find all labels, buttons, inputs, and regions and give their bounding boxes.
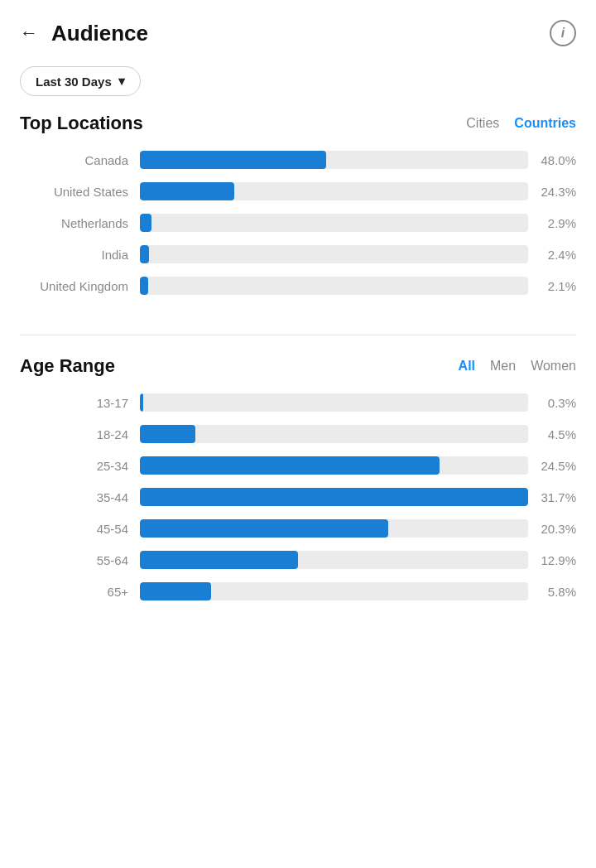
bar-label: United Kingdom [20, 279, 140, 293]
bar-fill [140, 214, 151, 232]
age-bar-row: 25-34 24.5% [20, 456, 576, 475]
age-bar-track [140, 551, 528, 569]
age-bar-value: 12.9% [528, 553, 576, 567]
bar-track [140, 214, 528, 232]
age-bar-label: 18-24 [20, 427, 140, 441]
page-title: Audience [51, 21, 148, 46]
age-bar-fill [140, 582, 211, 600]
age-bar-value: 20.3% [528, 522, 576, 536]
bar-track [140, 182, 528, 200]
bar-label: Netherlands [20, 216, 140, 230]
age-bar-track [140, 425, 528, 443]
tab-men[interactable]: Men [490, 359, 516, 374]
location-bar-row: United States 24.3% [20, 182, 576, 200]
bar-value: 24.3% [528, 185, 576, 199]
age-bar-track [140, 393, 528, 412]
bar-fill [140, 182, 234, 200]
age-range-title: Age Range [20, 355, 115, 377]
header: ← Audience i [0, 0, 596, 60]
top-locations-section: Top Locations Cities Countries Canada 48… [0, 113, 596, 328]
back-button[interactable]: ← [20, 22, 38, 44]
age-bar-label: 65+ [20, 585, 140, 599]
age-bar-value: 4.5% [528, 427, 576, 441]
age-bar-row: 55-64 12.9% [20, 551, 576, 569]
location-bars: Canada 48.0% United States 24.3% Netherl… [20, 151, 576, 295]
tab-women[interactable]: Women [531, 359, 576, 374]
age-bar-fill [140, 393, 143, 412]
age-bar-label: 35-44 [20, 490, 140, 504]
bar-fill [140, 277, 148, 295]
bar-track [140, 245, 528, 263]
age-bar-label: 13-17 [20, 396, 140, 410]
bar-value: 48.0% [528, 153, 576, 167]
age-bars: 13-17 0.3% 18-24 4.5% 25-34 24.5% 35-44 … [20, 393, 576, 600]
bar-fill [140, 245, 149, 263]
age-bar-row: 45-54 20.3% [20, 519, 576, 538]
bar-track [140, 277, 528, 295]
tab-all[interactable]: All [459, 359, 475, 374]
age-bar-track [140, 456, 528, 475]
bar-fill [140, 151, 326, 169]
age-bar-value: 5.8% [528, 585, 576, 599]
location-bar-row: India 2.4% [20, 245, 576, 263]
age-bar-row: 18-24 4.5% [20, 425, 576, 443]
age-bar-label: 45-54 [20, 522, 140, 536]
age-bar-value: 24.5% [528, 459, 576, 473]
age-bar-fill [140, 456, 440, 475]
age-bar-track [140, 582, 528, 600]
tab-cities[interactable]: Cities [466, 116, 499, 131]
age-range-section: Age Range All Men Women 13-17 0.3% 18-24… [0, 355, 596, 647]
filter-row: Last 30 Days ▾ [0, 60, 596, 113]
age-bar-value: 31.7% [528, 490, 576, 504]
location-bar-row: Canada 48.0% [20, 151, 576, 169]
bar-value: 2.4% [528, 248, 576, 262]
age-bar-row: 13-17 0.3% [20, 393, 576, 412]
info-button[interactable]: i [550, 20, 576, 46]
location-bar-row: Netherlands 2.9% [20, 214, 576, 232]
bar-label: Canada [20, 153, 140, 167]
bar-value: 2.9% [528, 216, 576, 230]
date-filter-button[interactable]: Last 30 Days ▾ [20, 66, 141, 96]
bar-label: India [20, 248, 140, 262]
top-locations-header: Top Locations Cities Countries [20, 113, 576, 134]
age-bar-value: 0.3% [528, 396, 576, 410]
date-filter-label: Last 30 Days [36, 75, 112, 89]
age-range-tabs: All Men Women [459, 359, 576, 374]
age-bar-row: 65+ 5.8% [20, 582, 576, 600]
age-bar-fill [140, 551, 298, 569]
header-left: ← Audience [20, 21, 148, 46]
age-bar-track [140, 519, 528, 538]
age-bar-track [140, 488, 528, 506]
top-locations-tabs: Cities Countries [466, 116, 576, 131]
location-bar-row: United Kingdom 2.1% [20, 277, 576, 295]
bar-value: 2.1% [528, 279, 576, 293]
bar-label: United States [20, 185, 140, 199]
age-bar-label: 55-64 [20, 553, 140, 567]
tab-countries[interactable]: Countries [514, 116, 576, 131]
chevron-down-icon: ▾ [118, 74, 125, 89]
age-bar-row: 35-44 31.7% [20, 488, 576, 506]
age-range-header: Age Range All Men Women [20, 355, 576, 377]
age-bar-fill [140, 425, 195, 443]
age-bar-fill [140, 519, 388, 538]
section-divider [20, 335, 576, 335]
bar-track [140, 151, 528, 169]
age-bar-fill [140, 488, 528, 506]
age-bar-label: 25-34 [20, 459, 140, 473]
top-locations-title: Top Locations [20, 113, 143, 134]
